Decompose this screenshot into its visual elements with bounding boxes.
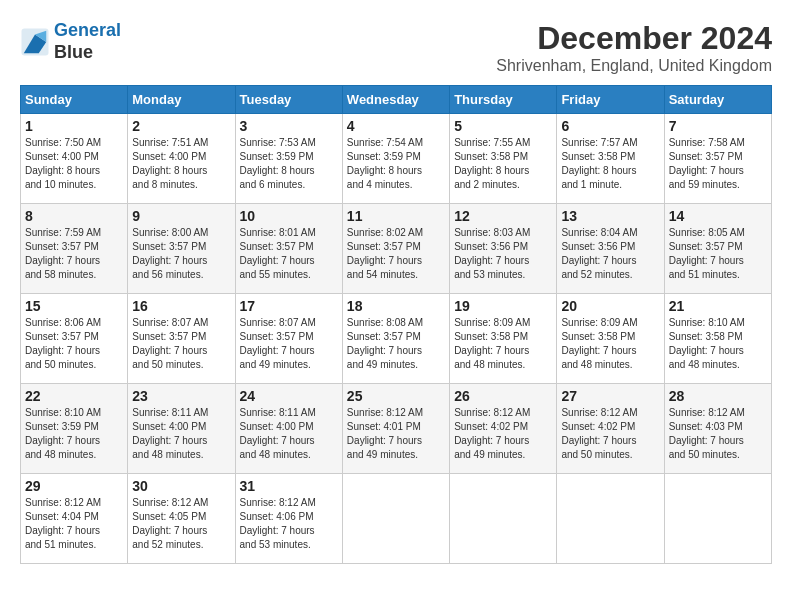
day-number: 21 bbox=[669, 298, 767, 314]
day-info: Sunrise: 8:12 AMSunset: 4:02 PMDaylight:… bbox=[561, 406, 659, 462]
calendar-cell: 18Sunrise: 8:08 AMSunset: 3:57 PMDayligh… bbox=[342, 294, 449, 384]
day-number: 13 bbox=[561, 208, 659, 224]
day-info: Sunrise: 8:12 AMSunset: 4:06 PMDaylight:… bbox=[240, 496, 338, 552]
day-number: 31 bbox=[240, 478, 338, 494]
day-number: 16 bbox=[132, 298, 230, 314]
day-info: Sunrise: 7:54 AMSunset: 3:59 PMDaylight:… bbox=[347, 136, 445, 192]
calendar-cell: 28Sunrise: 8:12 AMSunset: 4:03 PMDayligh… bbox=[664, 384, 771, 474]
logo-icon bbox=[20, 27, 50, 57]
day-info: Sunrise: 7:50 AMSunset: 4:00 PMDaylight:… bbox=[25, 136, 123, 192]
day-info: Sunrise: 8:04 AMSunset: 3:56 PMDaylight:… bbox=[561, 226, 659, 282]
day-number: 15 bbox=[25, 298, 123, 314]
calendar-cell: 6Sunrise: 7:57 AMSunset: 3:58 PMDaylight… bbox=[557, 114, 664, 204]
calendar-cell: 10Sunrise: 8:01 AMSunset: 3:57 PMDayligh… bbox=[235, 204, 342, 294]
day-number: 3 bbox=[240, 118, 338, 134]
day-number: 18 bbox=[347, 298, 445, 314]
page-header: General Blue December 2024 Shrivenham, E… bbox=[20, 20, 772, 75]
day-info: Sunrise: 8:10 AMSunset: 3:59 PMDaylight:… bbox=[25, 406, 123, 462]
calendar-cell: 7Sunrise: 7:58 AMSunset: 3:57 PMDaylight… bbox=[664, 114, 771, 204]
day-info: Sunrise: 8:03 AMSunset: 3:56 PMDaylight:… bbox=[454, 226, 552, 282]
calendar-header: SundayMondayTuesdayWednesdayThursdayFrid… bbox=[21, 86, 772, 114]
calendar-cell: 15Sunrise: 8:06 AMSunset: 3:57 PMDayligh… bbox=[21, 294, 128, 384]
day-info: Sunrise: 8:12 AMSunset: 4:05 PMDaylight:… bbox=[132, 496, 230, 552]
calendar-cell: 31Sunrise: 8:12 AMSunset: 4:06 PMDayligh… bbox=[235, 474, 342, 564]
calendar-cell: 4Sunrise: 7:54 AMSunset: 3:59 PMDaylight… bbox=[342, 114, 449, 204]
day-number: 9 bbox=[132, 208, 230, 224]
calendar-cell: 24Sunrise: 8:11 AMSunset: 4:00 PMDayligh… bbox=[235, 384, 342, 474]
calendar-cell: 26Sunrise: 8:12 AMSunset: 4:02 PMDayligh… bbox=[450, 384, 557, 474]
calendar-cell: 30Sunrise: 8:12 AMSunset: 4:05 PMDayligh… bbox=[128, 474, 235, 564]
calendar-cell: 9Sunrise: 8:00 AMSunset: 3:57 PMDaylight… bbox=[128, 204, 235, 294]
day-info: Sunrise: 8:12 AMSunset: 4:02 PMDaylight:… bbox=[454, 406, 552, 462]
calendar-cell bbox=[664, 474, 771, 564]
calendar-cell: 27Sunrise: 8:12 AMSunset: 4:02 PMDayligh… bbox=[557, 384, 664, 474]
day-number: 19 bbox=[454, 298, 552, 314]
day-number: 8 bbox=[25, 208, 123, 224]
day-number: 12 bbox=[454, 208, 552, 224]
day-info: Sunrise: 8:02 AMSunset: 3:57 PMDaylight:… bbox=[347, 226, 445, 282]
calendar-cell: 2Sunrise: 7:51 AMSunset: 4:00 PMDaylight… bbox=[128, 114, 235, 204]
weekday-header-wednesday: Wednesday bbox=[342, 86, 449, 114]
day-number: 11 bbox=[347, 208, 445, 224]
location-subtitle: Shrivenham, England, United Kingdom bbox=[496, 57, 772, 75]
day-number: 5 bbox=[454, 118, 552, 134]
day-info: Sunrise: 7:57 AMSunset: 3:58 PMDaylight:… bbox=[561, 136, 659, 192]
day-number: 1 bbox=[25, 118, 123, 134]
day-info: Sunrise: 8:07 AMSunset: 3:57 PMDaylight:… bbox=[240, 316, 338, 372]
day-number: 27 bbox=[561, 388, 659, 404]
calendar-cell: 11Sunrise: 8:02 AMSunset: 3:57 PMDayligh… bbox=[342, 204, 449, 294]
calendar-week-row: 22Sunrise: 8:10 AMSunset: 3:59 PMDayligh… bbox=[21, 384, 772, 474]
day-info: Sunrise: 8:08 AMSunset: 3:57 PMDaylight:… bbox=[347, 316, 445, 372]
day-number: 2 bbox=[132, 118, 230, 134]
calendar-cell: 5Sunrise: 7:55 AMSunset: 3:58 PMDaylight… bbox=[450, 114, 557, 204]
logo: General Blue bbox=[20, 20, 121, 63]
weekday-header-friday: Friday bbox=[557, 86, 664, 114]
day-number: 29 bbox=[25, 478, 123, 494]
calendar-body: 1Sunrise: 7:50 AMSunset: 4:00 PMDaylight… bbox=[21, 114, 772, 564]
day-number: 20 bbox=[561, 298, 659, 314]
day-number: 30 bbox=[132, 478, 230, 494]
day-info: Sunrise: 7:59 AMSunset: 3:57 PMDaylight:… bbox=[25, 226, 123, 282]
calendar-cell bbox=[342, 474, 449, 564]
day-info: Sunrise: 7:51 AMSunset: 4:00 PMDaylight:… bbox=[132, 136, 230, 192]
day-info: Sunrise: 8:07 AMSunset: 3:57 PMDaylight:… bbox=[132, 316, 230, 372]
calendar-cell: 29Sunrise: 8:12 AMSunset: 4:04 PMDayligh… bbox=[21, 474, 128, 564]
day-number: 4 bbox=[347, 118, 445, 134]
day-info: Sunrise: 8:11 AMSunset: 4:00 PMDaylight:… bbox=[240, 406, 338, 462]
calendar-cell: 17Sunrise: 8:07 AMSunset: 3:57 PMDayligh… bbox=[235, 294, 342, 384]
day-number: 28 bbox=[669, 388, 767, 404]
calendar-cell bbox=[557, 474, 664, 564]
calendar-cell: 21Sunrise: 8:10 AMSunset: 3:58 PMDayligh… bbox=[664, 294, 771, 384]
calendar-week-row: 8Sunrise: 7:59 AMSunset: 3:57 PMDaylight… bbox=[21, 204, 772, 294]
day-info: Sunrise: 8:10 AMSunset: 3:58 PMDaylight:… bbox=[669, 316, 767, 372]
day-info: Sunrise: 8:12 AMSunset: 4:04 PMDaylight:… bbox=[25, 496, 123, 552]
day-number: 22 bbox=[25, 388, 123, 404]
calendar-cell: 8Sunrise: 7:59 AMSunset: 3:57 PMDaylight… bbox=[21, 204, 128, 294]
weekday-header-monday: Monday bbox=[128, 86, 235, 114]
calendar-cell bbox=[450, 474, 557, 564]
title-area: December 2024 Shrivenham, England, Unite… bbox=[496, 20, 772, 75]
weekday-header-sunday: Sunday bbox=[21, 86, 128, 114]
day-info: Sunrise: 8:00 AMSunset: 3:57 PMDaylight:… bbox=[132, 226, 230, 282]
day-info: Sunrise: 7:55 AMSunset: 3:58 PMDaylight:… bbox=[454, 136, 552, 192]
day-info: Sunrise: 8:11 AMSunset: 4:00 PMDaylight:… bbox=[132, 406, 230, 462]
calendar-cell: 13Sunrise: 8:04 AMSunset: 3:56 PMDayligh… bbox=[557, 204, 664, 294]
day-number: 14 bbox=[669, 208, 767, 224]
weekday-header-tuesday: Tuesday bbox=[235, 86, 342, 114]
day-number: 6 bbox=[561, 118, 659, 134]
calendar-table: SundayMondayTuesdayWednesdayThursdayFrid… bbox=[20, 85, 772, 564]
day-info: Sunrise: 8:12 AMSunset: 4:01 PMDaylight:… bbox=[347, 406, 445, 462]
day-number: 17 bbox=[240, 298, 338, 314]
calendar-week-row: 15Sunrise: 8:06 AMSunset: 3:57 PMDayligh… bbox=[21, 294, 772, 384]
calendar-cell: 12Sunrise: 8:03 AMSunset: 3:56 PMDayligh… bbox=[450, 204, 557, 294]
weekday-header-saturday: Saturday bbox=[664, 86, 771, 114]
day-info: Sunrise: 8:09 AMSunset: 3:58 PMDaylight:… bbox=[454, 316, 552, 372]
day-number: 25 bbox=[347, 388, 445, 404]
calendar-cell: 19Sunrise: 8:09 AMSunset: 3:58 PMDayligh… bbox=[450, 294, 557, 384]
day-info: Sunrise: 7:53 AMSunset: 3:59 PMDaylight:… bbox=[240, 136, 338, 192]
weekday-header-row: SundayMondayTuesdayWednesdayThursdayFrid… bbox=[21, 86, 772, 114]
day-number: 26 bbox=[454, 388, 552, 404]
calendar-week-row: 29Sunrise: 8:12 AMSunset: 4:04 PMDayligh… bbox=[21, 474, 772, 564]
day-info: Sunrise: 8:09 AMSunset: 3:58 PMDaylight:… bbox=[561, 316, 659, 372]
day-info: Sunrise: 7:58 AMSunset: 3:57 PMDaylight:… bbox=[669, 136, 767, 192]
